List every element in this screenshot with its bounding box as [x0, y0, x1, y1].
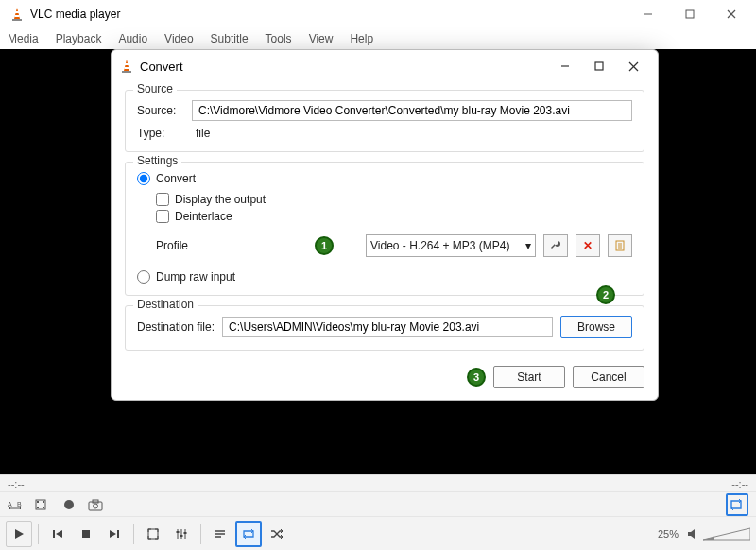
toolbar-playback: 25% — [0, 516, 756, 550]
destination-legend: Destination — [133, 298, 198, 311]
svg-marker-35 — [688, 529, 695, 539]
svg-rect-1 — [15, 11, 19, 13]
cancel-button[interactable]: Cancel — [573, 366, 644, 388]
menu-audio[interactable]: Audio — [118, 32, 147, 45]
ext-settings-button[interactable] — [168, 521, 195, 547]
display-output-checkbox[interactable] — [156, 193, 169, 206]
display-output-label: Display the output — [175, 193, 266, 206]
document-icon — [613, 239, 627, 252]
browse-button[interactable]: Browse — [560, 316, 632, 338]
svg-rect-13 — [43, 501, 44, 503]
stop-button[interactable] — [73, 521, 99, 547]
source-label: Source: — [137, 104, 184, 117]
svg-marker-23 — [110, 530, 116, 538]
type-value: file — [192, 127, 210, 140]
profile-value: Video - H.264 + MP3 (MP4) — [370, 239, 510, 252]
svg-rect-5 — [686, 10, 694, 18]
svg-rect-25 — [148, 529, 158, 539]
ab-loop-icon[interactable]: AB — [8, 496, 25, 513]
destination-label: Destination file: — [137, 320, 215, 334]
menu-view[interactable]: View — [309, 32, 334, 45]
svg-rect-22 — [82, 530, 90, 538]
menu-tools[interactable]: Tools — [266, 32, 292, 45]
source-input[interactable] — [192, 100, 632, 121]
dialog-footer: 3 Start Cancel — [125, 360, 644, 388]
separator — [38, 524, 39, 544]
svg-rect-11 — [37, 501, 39, 503]
annotation-badge-2: 2 — [596, 285, 615, 304]
type-label: Type: — [137, 127, 184, 140]
titlebar: VLC media player — [0, 0, 756, 28]
dialog-close-button[interactable] — [616, 53, 650, 79]
svg-rect-31 — [184, 532, 187, 534]
dialog-title: Convert — [140, 60, 548, 74]
svg-marker-21 — [56, 530, 62, 538]
playlist-button[interactable] — [207, 521, 233, 547]
svg-rect-29 — [177, 531, 180, 533]
dialog-minimize-button[interactable] — [548, 53, 582, 79]
svg-rect-20 — [53, 530, 55, 538]
x-icon: ✕ — [583, 239, 593, 252]
convert-radio[interactable] — [137, 172, 150, 185]
dialog-titlebar: Convert — [112, 50, 658, 82]
new-profile-button[interactable] — [608, 234, 632, 257]
shuffle-button[interactable] — [264, 521, 290, 547]
separator — [133, 524, 134, 544]
svg-rect-30 — [180, 535, 183, 537]
maximize-button[interactable] — [669, 0, 711, 28]
toolbar-advanced: AB — [0, 491, 756, 516]
svg-rect-39 — [125, 63, 129, 65]
speaker-icon[interactable] — [684, 525, 701, 542]
annotation-badge-1: 1 — [315, 236, 334, 255]
vlc-logo-icon — [119, 59, 134, 74]
chevron-down-icon: ▾ — [525, 239, 531, 252]
svg-rect-12 — [37, 507, 39, 508]
wrench-icon — [549, 239, 562, 252]
settings-group: Settings Convert Display the output Dein… — [125, 162, 644, 296]
prev-button[interactable] — [44, 521, 71, 547]
start-button[interactable]: Start — [493, 366, 565, 388]
svg-point-15 — [64, 500, 74, 509]
menu-subtitle[interactable]: Subtitle — [211, 32, 249, 45]
frame-step-icon[interactable] — [34, 496, 51, 513]
deinterlace-label: Deinterlace — [175, 210, 232, 223]
record-icon[interactable] — [60, 496, 77, 513]
menu-playback[interactable]: Playback — [56, 32, 102, 45]
settings-legend: Settings — [133, 154, 181, 167]
dialog-maximize-button[interactable] — [582, 53, 616, 79]
delete-profile-button[interactable]: ✕ — [576, 234, 600, 257]
dump-radio[interactable] — [137, 270, 150, 284]
dump-radio-label: Dump raw input — [156, 270, 235, 284]
loop-button[interactable] — [235, 521, 262, 547]
close-button[interactable] — [711, 0, 752, 28]
play-button[interactable] — [6, 521, 32, 547]
time-total: --:-- — [731, 478, 748, 490]
svg-rect-2 — [14, 15, 19, 17]
loop-toggle-icon[interactable] — [729, 496, 746, 513]
fullscreen-button[interactable] — [140, 521, 166, 547]
destination-input[interactable] — [222, 317, 553, 337]
svg-rect-43 — [595, 62, 603, 70]
menu-media[interactable]: Media — [8, 32, 39, 45]
svg-rect-41 — [122, 71, 131, 73]
edit-profile-button[interactable] — [543, 234, 568, 257]
status-strip: --:-- --:-- — [0, 474, 756, 491]
volume-slider[interactable] — [703, 526, 750, 541]
annotation-badge-3: 3 — [467, 368, 486, 387]
profile-select[interactable]: Video - H.264 + MP3 (MP4) ▾ — [366, 234, 536, 257]
source-legend: Source — [133, 82, 177, 95]
svg-rect-14 — [43, 507, 44, 508]
svg-rect-24 — [117, 530, 119, 538]
svg-marker-19 — [15, 529, 24, 539]
menu-video[interactable]: Video — [164, 32, 193, 45]
next-button[interactable] — [101, 521, 128, 547]
profile-label: Profile — [156, 239, 213, 252]
time-elapsed: --:-- — [8, 478, 25, 490]
snapshot-icon[interactable] — [87, 496, 104, 513]
deinterlace-checkbox[interactable] — [156, 210, 169, 223]
loop-highlight — [726, 493, 748, 516]
vlc-logo-icon — [9, 7, 25, 22]
svg-rect-40 — [124, 67, 129, 69]
menu-help[interactable]: Help — [350, 32, 373, 45]
minimize-button[interactable] — [627, 0, 669, 28]
